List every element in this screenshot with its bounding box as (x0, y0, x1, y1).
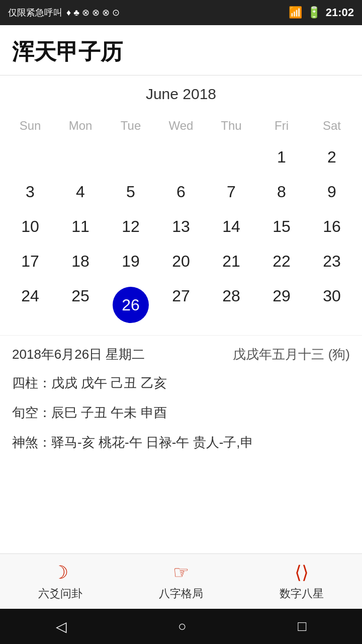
date-row: 2018年6月26日 星期二 戊戌年五月十三 (狗) (12, 346, 350, 363)
calendar-cell[interactable]: 22 (256, 245, 307, 278)
calendar-cell[interactable]: 21 (206, 245, 256, 278)
calendar-cell[interactable]: 10 (5, 210, 55, 243)
weekday-tue: Tue (106, 115, 156, 137)
calendar-cell[interactable]: 18 (55, 245, 106, 278)
system-nav: ◁ ○ □ (0, 609, 362, 644)
bazi-icon: ☞ (173, 562, 189, 583)
lunar-date: 戊戌年五月十三 (狗) (233, 346, 350, 363)
calendar-cell[interactable]: 9 (307, 176, 357, 208)
calendar-cell[interactable] (206, 141, 256, 174)
recent-button[interactable]: □ (298, 618, 306, 634)
selected-day: 26 (113, 287, 149, 323)
calendar-cell[interactable]: 16 (307, 210, 357, 243)
nav-bazi[interactable]: ☞ 八字格局 (159, 562, 203, 601)
status-right: 📶 🔋 21:02 (289, 6, 354, 19)
calendar-grid: Sun Mon Tue Wed Thu Fri Sat 123456789101… (5, 115, 357, 330)
calendar-cell[interactable]: 27 (156, 280, 206, 330)
back-button[interactable]: ◁ (56, 618, 67, 635)
shensha-row: 神煞：驿马-亥 桃花-午 日禄-午 贵人-子,申 (12, 433, 350, 452)
calendar-cell[interactable]: 2 (307, 141, 357, 174)
calendar-body: 1234567891011121314151617181920212223242… (5, 141, 357, 330)
date-label: 2018年6月26日 星期二 (12, 346, 145, 363)
calendar-cell[interactable]: 12 (106, 210, 156, 243)
calendar-cell[interactable]: 19 (106, 245, 156, 278)
calendar-cell[interactable]: 7 (206, 176, 256, 208)
status-bar: 仅限紧急呼叫 ♦ ♣ ⊗ ⊗ ⊗ ⊙ 📶 🔋 21:02 (0, 0, 362, 25)
calendar-cell[interactable]: 23 (307, 245, 357, 278)
info-section: 2018年6月26日 星期二 戊戌年五月十三 (狗) 四柱：戊戌 戊午 己丑 乙… (0, 335, 362, 472)
calendar-cell[interactable]: 6 (156, 176, 206, 208)
signal-icon: 🔋 (307, 6, 321, 19)
weekday-sat: Sat (307, 115, 357, 137)
calendar-cell[interactable]: 4 (55, 176, 106, 208)
calendar-cell[interactable]: 25 (55, 280, 106, 330)
weekday-thu: Thu (206, 115, 256, 137)
calendar-cell[interactable] (55, 141, 106, 174)
liuyao-label: 六爻问卦 (38, 586, 82, 601)
calendar-cell[interactable]: 30 (307, 280, 357, 330)
calendar-cell[interactable]: 13 (156, 210, 206, 243)
calendar-cell[interactable]: 11 (55, 210, 106, 243)
calendar-cell[interactable]: 24 (5, 280, 55, 330)
calendar-header-row: Sun Mon Tue Wed Thu Fri Sat (5, 115, 357, 137)
status-left: 仅限紧急呼叫 ♦ ♣ ⊗ ⊗ ⊗ ⊙ (8, 7, 120, 19)
calendar-cell[interactable] (156, 141, 206, 174)
calendar-cell[interactable]: 8 (256, 176, 307, 208)
calendar-cell[interactable]: 29 (256, 280, 307, 330)
calendar-cell[interactable]: 28 (206, 280, 256, 330)
nav-liuyao[interactable]: ☽ 六爻问卦 (38, 562, 82, 601)
calendar-cell[interactable]: 1 (256, 141, 307, 174)
xunkong-row: 旬空：辰巳 子丑 午未 申酉 (12, 403, 350, 423)
wifi-icon: 📶 (289, 6, 302, 19)
shuzi-label: 数字八星 (280, 586, 324, 601)
calendar-cell[interactable]: 26 (106, 280, 156, 330)
calendar-cell[interactable]: 17 (5, 245, 55, 278)
weekday-sun: Sun (5, 115, 55, 137)
calendar-cell[interactable]: 3 (5, 176, 55, 208)
calendar-cell[interactable]: 14 (206, 210, 256, 243)
shuzi-icon: ⟨⟩ (295, 562, 309, 583)
clock: 21:02 (326, 6, 354, 19)
app-header: 浑天甲子历 (0, 25, 362, 75)
weekday-mon: Mon (55, 115, 106, 137)
home-button[interactable]: ○ (178, 618, 187, 634)
calendar-cell[interactable]: 5 (106, 176, 156, 208)
calendar-month-title: June 2018 (5, 86, 357, 103)
bazi-label: 八字格局 (159, 586, 203, 601)
calendar-container: June 2018 Sun Mon Tue Wed Thu Fri Sat 12… (0, 75, 362, 335)
calendar-cell[interactable]: 15 (256, 210, 307, 243)
liuyao-icon: ☽ (52, 562, 68, 583)
app-title: 浑天甲子历 (12, 37, 350, 67)
calendar-cell[interactable]: 20 (156, 245, 206, 278)
status-icons: ♦ ♣ ⊗ ⊗ ⊗ ⊙ (66, 7, 120, 18)
bottom-nav: ☽ 六爻问卦 ☞ 八字格局 ⟨⟩ 数字八星 (0, 553, 362, 609)
calendar-cell[interactable] (5, 141, 55, 174)
emergency-text: 仅限紧急呼叫 (8, 7, 62, 19)
nav-shuzi[interactable]: ⟨⟩ 数字八星 (280, 562, 324, 601)
sizhu-row: 四柱：戊戌 戊午 己丑 乙亥 (12, 373, 350, 393)
weekday-wed: Wed (156, 115, 206, 137)
weekday-fri: Fri (256, 115, 307, 137)
calendar-cell[interactable] (106, 141, 156, 174)
